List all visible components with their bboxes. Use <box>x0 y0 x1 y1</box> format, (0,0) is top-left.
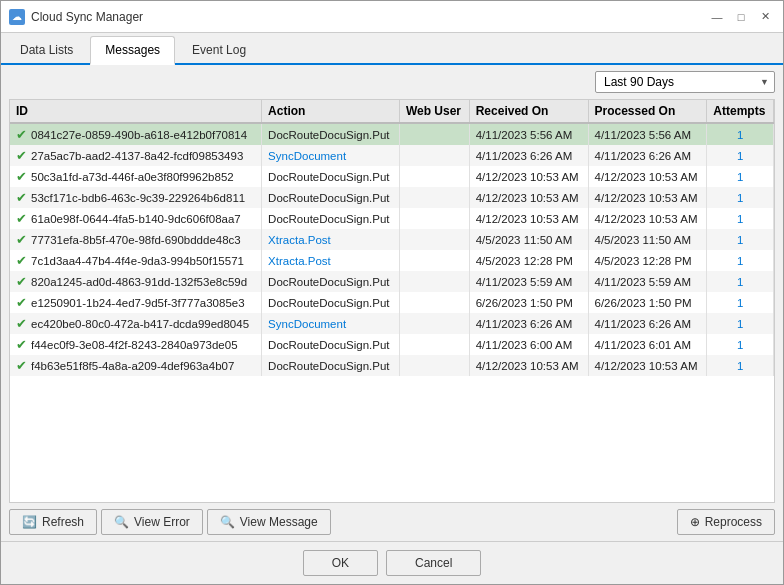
cell-attempts: 1 <box>707 166 774 187</box>
check-icon: ✔ <box>16 148 27 163</box>
cell-attempts: 1 <box>707 250 774 271</box>
table-row[interactable]: ✔61a0e98f-0644-4fa5-b140-9dc606f08aa7Doc… <box>10 208 774 229</box>
minimize-button[interactable]: — <box>707 8 727 26</box>
cell-action: Xtracta.Post <box>262 250 400 271</box>
cell-processed-on: 4/11/2023 5:56 AM <box>588 123 707 145</box>
cell-processed-on: 4/12/2023 10:53 AM <box>588 166 707 187</box>
cell-action: DocRouteDocuSign.Put <box>262 334 400 355</box>
cell-processed-on: 4/11/2023 5:59 AM <box>588 271 707 292</box>
check-icon: ✔ <box>16 169 27 184</box>
filter-dropdown[interactable]: Last 90 Days Last 30 Days Last 7 Days Al… <box>595 71 775 93</box>
app-icon: ☁ <box>9 9 25 25</box>
title-bar: ☁ Cloud Sync Manager — □ ✕ <box>1 1 783 33</box>
table-row[interactable]: ✔e1250901-1b24-4ed7-9d5f-3f777a3085e3Doc… <box>10 292 774 313</box>
cell-id: ✔50c3a1fd-a73d-446f-a0e3f80f9962b852 <box>10 166 262 187</box>
table-row[interactable]: ✔77731efa-8b5f-470e-98fd-690bddde48c3Xtr… <box>10 229 774 250</box>
col-processed-on: Processed On <box>588 100 707 123</box>
cell-action: SyncDocument <box>262 145 400 166</box>
messages-table: ID Action Web User Received On Processed… <box>10 100 774 376</box>
cancel-button[interactable]: Cancel <box>386 550 481 576</box>
cell-attempts: 1 <box>707 334 774 355</box>
table-row[interactable]: ✔27a5ac7b-aad2-4137-8a42-fcdf09853493Syn… <box>10 145 774 166</box>
check-icon: ✔ <box>16 190 27 205</box>
table-row[interactable]: ✔f4b63e51f8f5-4a8a-a209-4def963a4b07DocR… <box>10 355 774 376</box>
cell-attempts: 1 <box>707 355 774 376</box>
cell-web-user <box>399 292 469 313</box>
check-icon: ✔ <box>16 316 27 331</box>
cell-processed-on: 4/11/2023 6:26 AM <box>588 145 707 166</box>
table-row[interactable]: ✔f44ec0f9-3e08-4f2f-8243-2840a973de05Doc… <box>10 334 774 355</box>
main-window: ☁ Cloud Sync Manager — □ ✕ Data Lists Me… <box>0 0 784 585</box>
cell-id: ✔820a1245-ad0d-4863-91dd-132f53e8c59d <box>10 271 262 292</box>
table-row[interactable]: ✔820a1245-ad0d-4863-91dd-132f53e8c59dDoc… <box>10 271 774 292</box>
cell-id: ✔0841c27e-0859-490b-a618-e412b0f70814 <box>10 123 262 145</box>
cell-received-on: 4/5/2023 11:50 AM <box>469 229 588 250</box>
cell-web-user <box>399 355 469 376</box>
view-error-button[interactable]: 🔍 View Error <box>101 509 203 535</box>
check-icon: ✔ <box>16 253 27 268</box>
table-row[interactable]: ✔50c3a1fd-a73d-446f-a0e3f80f9962b852DocR… <box>10 166 774 187</box>
cell-received-on: 4/11/2023 5:59 AM <box>469 271 588 292</box>
cell-web-user <box>399 250 469 271</box>
cell-id: ✔61a0e98f-0644-4fa5-b140-9dc606f08aa7 <box>10 208 262 229</box>
cell-web-user <box>399 334 469 355</box>
view-message-button[interactable]: 🔍 View Message <box>207 509 331 535</box>
cell-web-user <box>399 166 469 187</box>
cell-received-on: 4/5/2023 12:28 PM <box>469 250 588 271</box>
close-button[interactable]: ✕ <box>755 8 775 26</box>
tab-bar: Data Lists Messages Event Log <box>1 33 783 65</box>
cell-attempts: 1 <box>707 145 774 166</box>
filter-toolbar: Last 90 Days Last 30 Days Last 7 Days Al… <box>1 65 783 99</box>
cell-attempts: 1 <box>707 313 774 334</box>
title-bar-left: ☁ Cloud Sync Manager <box>9 9 143 25</box>
maximize-button[interactable]: □ <box>731 8 751 26</box>
cell-web-user <box>399 271 469 292</box>
cell-received-on: 4/12/2023 10:53 AM <box>469 208 588 229</box>
cell-action: DocRouteDocuSign.Put <box>262 292 400 313</box>
col-action: Action <box>262 100 400 123</box>
reprocess-button[interactable]: ⊕ Reprocess <box>677 509 775 535</box>
table-row[interactable]: ✔0841c27e-0859-490b-a618-e412b0f70814Doc… <box>10 123 774 145</box>
window-title: Cloud Sync Manager <box>31 10 143 24</box>
view-message-icon: 🔍 <box>220 515 235 529</box>
cell-received-on: 4/12/2023 10:53 AM <box>469 166 588 187</box>
cell-attempts: 1 <box>707 292 774 313</box>
cell-processed-on: 4/5/2023 12:28 PM <box>588 250 707 271</box>
cell-processed-on: 4/5/2023 11:50 AM <box>588 229 707 250</box>
dialog-buttons: OK Cancel <box>1 541 783 584</box>
cell-action: DocRouteDocuSign.Put <box>262 123 400 145</box>
cell-id: ✔27a5ac7b-aad2-4137-8a42-fcdf09853493 <box>10 145 262 166</box>
refresh-button[interactable]: 🔄 Refresh <box>9 509 97 535</box>
bottom-left-buttons: 🔄 Refresh 🔍 View Error 🔍 View Message <box>9 509 331 535</box>
cell-id: ✔7c1d3aa4-47b4-4f4e-9da3-994b50f15571 <box>10 250 262 271</box>
col-attempts: Attempts <box>707 100 774 123</box>
cell-web-user <box>399 208 469 229</box>
cell-web-user <box>399 313 469 334</box>
cell-attempts: 1 <box>707 208 774 229</box>
tab-event-log[interactable]: Event Log <box>177 36 261 63</box>
tab-messages[interactable]: Messages <box>90 36 175 65</box>
cell-id: ✔f4b63e51f8f5-4a8a-a209-4def963a4b07 <box>10 355 262 376</box>
cell-processed-on: 4/12/2023 10:53 AM <box>588 355 707 376</box>
cell-id: ✔e1250901-1b24-4ed7-9d5f-3f777a3085e3 <box>10 292 262 313</box>
tab-data-lists[interactable]: Data Lists <box>5 36 88 63</box>
cell-id: ✔53cf171c-bdb6-463c-9c39-229264b6d811 <box>10 187 262 208</box>
cell-attempts: 1 <box>707 271 774 292</box>
cell-received-on: 4/12/2023 10:53 AM <box>469 355 588 376</box>
check-icon: ✔ <box>16 274 27 289</box>
col-received-on: Received On <box>469 100 588 123</box>
cell-web-user <box>399 123 469 145</box>
filter-dropdown-wrapper: Last 90 Days Last 30 Days Last 7 Days Al… <box>595 71 775 93</box>
view-error-icon: 🔍 <box>114 515 129 529</box>
table-row[interactable]: ✔7c1d3aa4-47b4-4f4e-9da3-994b50f15571Xtr… <box>10 250 774 271</box>
check-icon: ✔ <box>16 127 27 142</box>
check-icon: ✔ <box>16 211 27 226</box>
cell-received-on: 4/11/2023 6:00 AM <box>469 334 588 355</box>
table-row[interactable]: ✔53cf171c-bdb6-463c-9c39-229264b6d811Doc… <box>10 187 774 208</box>
cell-processed-on: 4/11/2023 6:01 AM <box>588 334 707 355</box>
ok-button[interactable]: OK <box>303 550 378 576</box>
cell-processed-on: 4/12/2023 10:53 AM <box>588 187 707 208</box>
cell-received-on: 4/11/2023 6:26 AM <box>469 145 588 166</box>
messages-table-container[interactable]: ID Action Web User Received On Processed… <box>9 99 775 503</box>
table-row[interactable]: ✔ec420be0-80c0-472a-b417-dcda99ed8045Syn… <box>10 313 774 334</box>
